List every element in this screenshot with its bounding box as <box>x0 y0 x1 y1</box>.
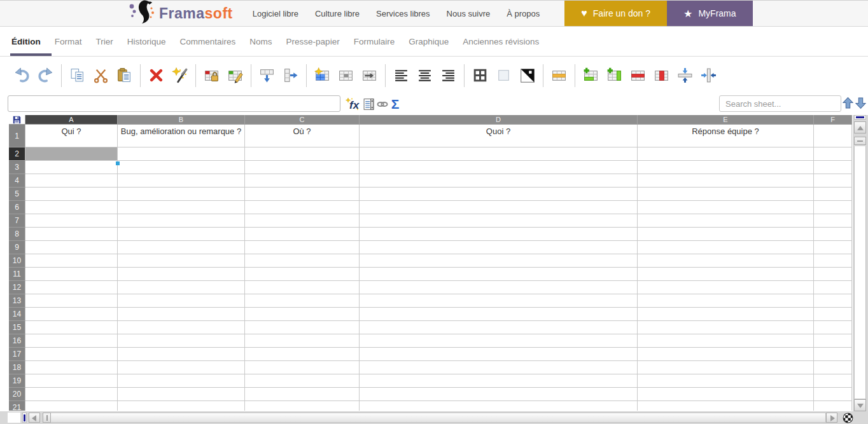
cell-A16[interactable] <box>25 334 118 348</box>
cell-E6[interactable] <box>638 201 814 214</box>
sum-icon[interactable]: Σ <box>388 97 403 112</box>
cell-A7[interactable] <box>25 214 118 228</box>
cell-C11[interactable] <box>245 268 360 281</box>
cell-F13[interactable] <box>814 294 852 308</box>
cell-B14[interactable] <box>118 308 245 321</box>
erase-contents-button[interactable] <box>144 64 168 87</box>
vertical-pane-splitter[interactable] <box>854 115 866 120</box>
menu-item-anciennes-revisions[interactable]: Anciennes révisions <box>456 27 546 56</box>
cell-D20[interactable] <box>360 388 638 401</box>
cell-C16[interactable] <box>245 334 360 348</box>
align-left-button[interactable] <box>389 64 413 87</box>
cell-F18[interactable] <box>814 361 852 374</box>
align-right-button[interactable] <box>437 64 460 87</box>
framasoft-logo[interactable]: Framasoft <box>127 0 233 27</box>
vertical-scroll-thumb[interactable] <box>854 137 866 145</box>
cell-A12[interactable] <box>25 281 118 294</box>
cell-A5[interactable] <box>25 188 118 201</box>
cell-F12[interactable] <box>814 281 852 294</box>
cell-B15[interactable] <box>118 321 245 334</box>
cell-A19[interactable] <box>25 374 118 388</box>
column-header-A[interactable]: A <box>25 115 118 125</box>
row-header-9[interactable]: 9 <box>9 241 25 254</box>
insert-column-button[interactable] <box>603 64 626 87</box>
cell-E1[interactable]: Réponse équipe ? <box>638 125 814 147</box>
row-header-7[interactable]: 7 <box>9 214 25 228</box>
grid-drag-ball-icon[interactable] <box>842 412 853 423</box>
cell-C17[interactable] <box>245 348 360 361</box>
unmerge-cells-button[interactable] <box>334 64 358 87</box>
cell-C19[interactable] <box>245 374 360 388</box>
horizontal-scroll-thumb[interactable] <box>43 413 51 423</box>
cell-F17[interactable] <box>814 348 852 361</box>
cell-A3[interactable] <box>25 161 118 174</box>
cell-E10[interactable] <box>638 254 814 268</box>
cell-D5[interactable] <box>360 188 638 201</box>
cell-B9[interactable] <box>118 241 245 254</box>
cell-F19[interactable] <box>814 374 852 388</box>
cut-button[interactable] <box>89 64 113 87</box>
cell-C5[interactable] <box>245 188 360 201</box>
cell-A4[interactable] <box>25 174 118 188</box>
row-header-5[interactable]: 5 <box>9 188 25 201</box>
cell-B7[interactable] <box>118 214 245 228</box>
cell-A6[interactable] <box>25 201 118 214</box>
search-previous-icon[interactable] <box>843 97 853 111</box>
cell-F11[interactable] <box>814 268 852 281</box>
cell-F21[interactable] <box>814 401 852 411</box>
row-header-10[interactable]: 10 <box>9 254 25 268</box>
cell-B21[interactable] <box>118 401 245 411</box>
cell-B16[interactable] <box>118 334 245 348</box>
cell-E21[interactable] <box>638 401 814 411</box>
cell-B6[interactable] <box>118 201 245 214</box>
cell-D14[interactable] <box>360 308 638 321</box>
cell-D2[interactable] <box>360 147 638 161</box>
row-header-17[interactable]: 17 <box>9 348 25 361</box>
cell-A9[interactable] <box>25 241 118 254</box>
cell-B8[interactable] <box>118 228 245 241</box>
nav-logiciel-libre[interactable]: Logiciel libre <box>244 1 307 27</box>
lock-cell-button[interactable] <box>200 64 223 87</box>
menu-item-format[interactable]: Format <box>48 27 89 56</box>
cell-D18[interactable] <box>360 361 638 374</box>
cell-B13[interactable] <box>118 294 245 308</box>
cell-C6[interactable] <box>245 201 360 214</box>
cell-F20[interactable] <box>814 388 852 401</box>
cell-A15[interactable] <box>25 321 118 334</box>
hide-row-button[interactable] <box>673 64 697 87</box>
scroll-down-button[interactable] <box>854 399 866 411</box>
menu-item-formulaire[interactable]: Formulaire <box>347 27 402 56</box>
redo-button[interactable] <box>34 64 57 87</box>
cell-B2[interactable] <box>118 147 245 161</box>
cell-B17[interactable] <box>118 348 245 361</box>
nav-culture-libre[interactable]: Culture libre <box>307 1 368 27</box>
cell-F8[interactable] <box>814 228 852 241</box>
row-header-20[interactable]: 20 <box>9 388 25 401</box>
unlock-cell-button[interactable] <box>223 64 247 87</box>
cell-D3[interactable] <box>360 161 638 174</box>
cell-A17[interactable] <box>25 348 118 361</box>
cell-F5[interactable] <box>814 188 852 201</box>
cell-C20[interactable] <box>245 388 360 401</box>
cell-E2[interactable] <box>638 147 814 161</box>
cell-C21[interactable] <box>245 401 360 411</box>
column-header-B[interactable]: B <box>118 115 245 125</box>
undo-button[interactable] <box>10 64 34 87</box>
cell-A2[interactable] <box>25 147 118 161</box>
cell-B1[interactable]: Bug, amélioration ou remarque ? <box>118 125 245 147</box>
column-header-C[interactable]: C <box>245 115 360 125</box>
nav-services-libres[interactable]: Services libres <box>368 1 438 27</box>
row-header-2[interactable]: 2 <box>9 147 25 161</box>
cell-D13[interactable] <box>360 294 638 308</box>
cell-D7[interactable] <box>360 214 638 228</box>
cell-F15[interactable] <box>814 321 852 334</box>
cell-E3[interactable] <box>638 161 814 174</box>
row-header-11[interactable]: 11 <box>9 268 25 281</box>
selection-fill-handle[interactable] <box>116 161 120 165</box>
cell-F4[interactable] <box>814 174 852 188</box>
copy-button[interactable] <box>66 64 89 87</box>
cell-A20[interactable] <box>25 388 118 401</box>
cell-C18[interactable] <box>245 361 360 374</box>
cell-F14[interactable] <box>814 308 852 321</box>
row-header-15[interactable]: 15 <box>9 321 25 334</box>
